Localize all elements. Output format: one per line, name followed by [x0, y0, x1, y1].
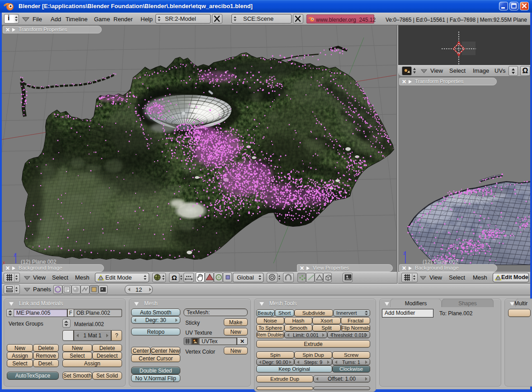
svg-text:z: z	[403, 251, 405, 256]
svg-text:z: z	[14, 252, 16, 257]
